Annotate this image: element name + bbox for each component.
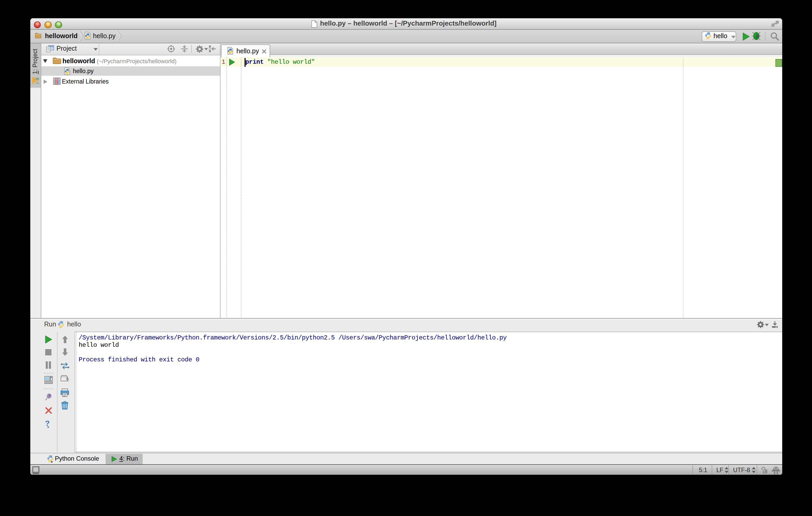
svg-text:?: ?	[45, 419, 50, 427]
svg-text:T: T	[763, 470, 765, 474]
